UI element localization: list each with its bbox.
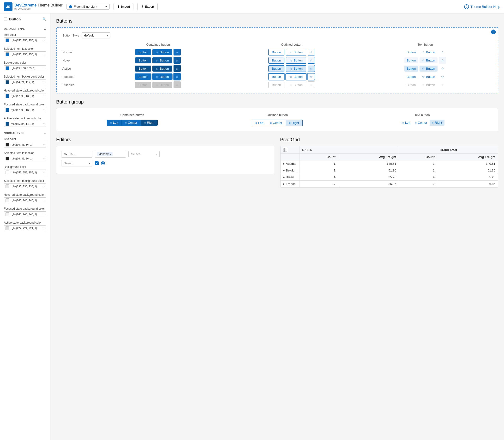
logo-devextreme: DevExtreme [14, 3, 37, 7]
color-select-hover-bg[interactable]: rgba(17, 95, 163, 1) ▾ [4, 93, 46, 99]
normal-type-label: NORMAL TYPE [4, 132, 24, 135]
color-select-normal-focused-bg[interactable]: rgba(245, 245, 245, 1) ▾ [4, 211, 46, 217]
color-select-normal-active-bg[interactable]: rgba(224, 224, 224, 1) ▾ [4, 225, 46, 231]
color-select-normal-hover-bg[interactable]: rgba(245, 245, 245, 1) ▾ [4, 197, 46, 203]
hamburger-icon[interactable]: ☰ [4, 17, 7, 21]
btn-group-outlined-right[interactable]: ≡ Right [286, 120, 303, 126]
color-select-text-color[interactable]: rgba(255, 255, 255, 1) ▾ [4, 38, 46, 43]
btn-outlined-only-icon-active[interactable]: ☆ [308, 65, 315, 72]
color-select-bg[interactable]: rgba(15, 108, 189, 1) ▾ [4, 65, 46, 71]
color-select-normal-bg[interactable]: rgba(255, 255, 255, 1) ▾ [4, 170, 46, 175]
btn-outlined-normal[interactable]: Button [268, 49, 285, 55]
btn-group-center[interactable]: ≡ Center [122, 120, 141, 126]
btn-contained-hover[interactable]: Button [135, 57, 151, 63]
btn-contained-icon-hover[interactable]: ☆ Button [152, 57, 172, 63]
color-select-active-bg[interactable]: rgba(15, 84, 140, 1) ▾ [4, 121, 46, 127]
color-select-selected-text[interactable]: rgba(255, 255, 255, 1) ▾ [4, 51, 46, 57]
btn-group-left[interactable]: ≡ Left [107, 120, 122, 126]
btn-contained-icon-focused[interactable]: ☆ Button [152, 74, 172, 80]
btn-group-outlined-left[interactable]: ≡ Left [252, 120, 267, 126]
btn-text-only-icon-active[interactable]: ☆ [439, 65, 446, 72]
btn-text-icon-hover[interactable]: ☆ Button [420, 57, 438, 63]
search-icon[interactable]: 🔍 [42, 17, 46, 21]
btn-outlined-only-icon-focused[interactable]: ☆ [308, 73, 315, 80]
btn-contained-only-icon-hover[interactable]: ☆ [173, 57, 181, 64]
help-button[interactable]: ? Theme Builder Help [464, 4, 500, 9]
pivot-avg2-belgium: 51.30 [437, 167, 498, 174]
btn-contained-focused[interactable]: Button [135, 74, 151, 80]
btn-text-only-icon-normal[interactable]: ☆ [439, 49, 446, 55]
btn-text-active[interactable]: Button [404, 66, 418, 71]
close-demo-button[interactable]: ✕ [491, 29, 496, 34]
group-col-text: Text button [352, 113, 492, 117]
btn-outlined-icon-focused[interactable]: ☆ Button [286, 73, 306, 80]
btn-group-right[interactable]: ≡ Right [141, 120, 158, 126]
btn-outlined-focused[interactable]: Button [268, 73, 285, 80]
color-swatch [5, 184, 9, 188]
sidebar-section-default-type[interactable]: DEFAULT TYPE ▲ [0, 25, 50, 32]
expand-icon[interactable]: ▶ [283, 169, 285, 172]
select-input-2[interactable]: Select... [61, 160, 93, 166]
import-button[interactable]: ⬆ Import [114, 3, 134, 10]
color-select-selected-bg[interactable]: rgba(14, 71, 117, 1) ▾ [4, 79, 46, 85]
checkbox[interactable]: ✓ [95, 161, 99, 165]
btn-text-only-icon-hover[interactable]: ☆ [439, 57, 446, 64]
btn-outlined-icon-hover[interactable]: ☆ Button [286, 57, 306, 64]
textbox-input[interactable] [61, 151, 93, 158]
button-style-select[interactable]: default [82, 32, 110, 39]
color-select-normal-text[interactable]: rgba(36, 36, 36, 1) ▾ [4, 142, 46, 148]
btn-text-normal[interactable]: Button [404, 49, 418, 55]
btn-outlined-icon-normal[interactable]: ☆ Button [286, 49, 306, 55]
btn-group-text-left[interactable]: ≡ Left [400, 120, 412, 126]
select-input-1[interactable]: Select... [128, 151, 159, 157]
dropdown-arrow: ▾ [43, 143, 45, 146]
btn-contained-only-icon-normal[interactable]: ☆ [173, 49, 181, 55]
radio-inner [102, 162, 104, 164]
expand-icon[interactable]: ▶ [283, 182, 285, 185]
color-select-normal-selected-text[interactable]: rgba(36, 36, 36, 1) ▾ [4, 156, 46, 161]
export-button[interactable]: ⬇ Export [137, 3, 158, 10]
star-icon: ☆ [290, 75, 292, 79]
color-select-focused-bg[interactable]: rgba(17, 95, 163, 1) ▾ [4, 107, 46, 113]
btn-outlined-icon-active[interactable]: ☆ Button [286, 65, 306, 72]
btn-contained-icon-active[interactable]: ☆ Button [152, 66, 172, 71]
btn-group-text-right[interactable]: ≡ Right [430, 120, 444, 126]
star-icon: ☆ [176, 83, 179, 87]
radio-button[interactable] [101, 161, 105, 165]
dropdown-arrow: ▾ [43, 67, 45, 69]
btn-text-icon-active[interactable]: ☆ Button [420, 66, 438, 71]
color-select-normal-selected-bg[interactable]: rgba(235, 235, 235, 1) ▾ [4, 183, 46, 189]
star-icon: ☆ [156, 59, 159, 62]
btn-text-hover[interactable]: Button [404, 57, 418, 63]
btn-contained-only-icon-focused[interactable]: ☆ [173, 73, 181, 80]
btn-outlined-only-icon-hover[interactable]: ☆ [308, 57, 315, 64]
expand-icon[interactable]: ▶ [283, 162, 285, 165]
btn-contained-only-icon-active[interactable]: ☆ [173, 65, 181, 72]
btn-contained-icon-normal[interactable]: ☆ Button [152, 49, 172, 55]
theme-selector[interactable]: Fluent Blue Light ▾ [66, 4, 110, 10]
btn-outlined-only-icon-normal[interactable]: ☆ [308, 49, 315, 55]
tag-input[interactable]: Monday × [95, 151, 126, 158]
btn-outlined-hover[interactable]: Button [268, 57, 285, 64]
color-value: rgba(15, 84, 140, 1) [11, 123, 42, 125]
star-icon: ☆ [310, 50, 313, 54]
btn-text-focused[interactable]: Button [404, 74, 418, 80]
btn-contained-normal[interactable]: Button [135, 49, 151, 55]
btn-outlined-active[interactable]: Button [268, 65, 285, 72]
sidebar-section-normal-type[interactable]: NORMAL TYPE ▲ [0, 129, 50, 136]
star-icon: ☆ [441, 67, 444, 70]
star-icon: ☆ [422, 50, 425, 54]
btn-text-icon-focused[interactable]: ☆ Button [420, 74, 438, 80]
default-type-label: DEFAULT TYPE [4, 28, 25, 30]
btn-contained-active[interactable]: Button [135, 66, 151, 71]
dropdown-arrow: ▾ [43, 199, 45, 202]
expand-icon[interactable]: ▶ [302, 149, 304, 151]
btn-text-icon-normal[interactable]: ☆ Button [420, 49, 438, 55]
btn-group-text-center[interactable]: ≡ Center [412, 120, 429, 126]
tag-close-icon[interactable]: × [110, 153, 111, 156]
btn-group-outlined-center[interactable]: ≡ Center [267, 120, 285, 126]
select-wrapper-1: Select... [128, 151, 159, 158]
expand-icon[interactable]: ▶ [283, 176, 285, 179]
btn-text-only-icon-focused[interactable]: ☆ [439, 73, 446, 80]
prop-label: Focused state background color [4, 207, 46, 210]
